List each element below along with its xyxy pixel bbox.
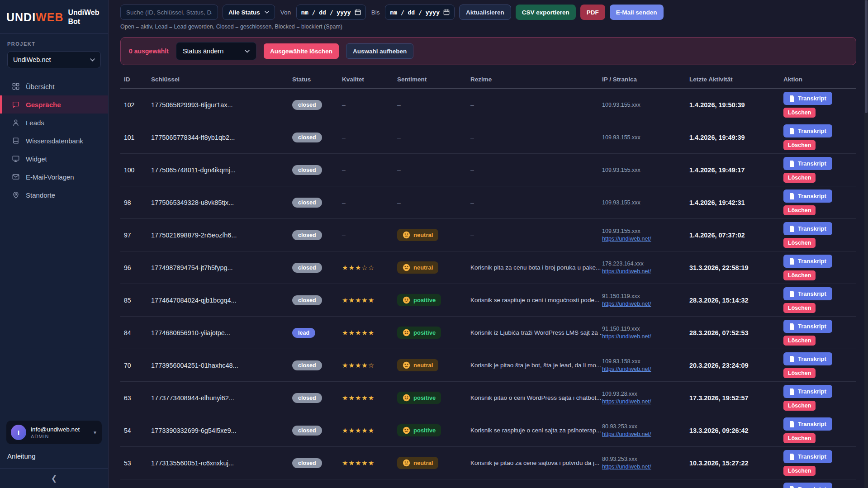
transcript-button[interactable]: Transkript [783, 255, 832, 268]
page-link[interactable]: https://undiweb.net/ [602, 301, 651, 307]
table-row: 97 1775021698879-2n5eozfh6... closed – n… [120, 219, 856, 251]
sidebar-item-gespräche[interactable]: Gespräche [0, 95, 108, 114]
page-link[interactable]: https://undiweb.net/ [602, 398, 651, 405]
row-key: 1775021698879-2n5eozfh6... [151, 232, 292, 239]
conversations-table: IDSchlüsselStatusKvalitetSentimentRezime… [120, 71, 856, 488]
pdf-button[interactable]: PDF [580, 5, 605, 20]
row-last-activity: 1.4.2026, 19:49:17 [689, 166, 783, 174]
date-to-input[interactable]: mm / dd / yyyy [385, 5, 455, 20]
delete-button[interactable]: Löschen [783, 108, 816, 118]
delete-button[interactable]: Löschen [783, 466, 816, 476]
table-row: 100 1775065748011-dgn4ikqmj... closed – … [120, 154, 856, 186]
transcript-button[interactable]: Transkript [783, 450, 832, 463]
delete-button[interactable]: Löschen [783, 205, 816, 215]
app-window: UNDIWEB UndiWeb Bot PROJEKT UndiWeb.net … [0, 0, 868, 488]
anleitung-link[interactable]: Anleitung [0, 444, 108, 468]
neutral-face-icon [403, 264, 410, 271]
undiweb-logo: UNDIWEB [6, 11, 63, 24]
row-last-activity: 28.3.2026, 15:14:32 [689, 297, 783, 304]
row-ip: 109.93.28.xxx [602, 391, 689, 397]
avatar: I [11, 425, 26, 440]
delete-button[interactable]: Löschen [783, 368, 816, 378]
user-meta: info@undiweb.net ADMIN [31, 426, 88, 439]
sidebar-item-e-mail-vorlagen[interactable]: E-Mail-Vorlagen [0, 168, 108, 186]
bis-label: Bis [371, 9, 380, 16]
scrollbar[interactable] [864, 0, 868, 488]
status-badge: closed [292, 393, 322, 403]
table-row: 96 1774987894754-jt7h5fypg... closed ★★★… [120, 251, 856, 284]
status-filter-value: Alle Status [228, 9, 260, 16]
status-badge: closed [292, 458, 322, 468]
delete-button[interactable]: Löschen [783, 336, 816, 346]
document-icon [789, 226, 795, 232]
row-key: 1775065748011-dgn4ikqmj... [151, 166, 292, 174]
sidebar-item-übersicht[interactable]: Übersicht [0, 77, 108, 95]
chevron-down-icon [245, 50, 250, 53]
sidebar-item-wissensdatenbank[interactable]: Wissensdatenbank [0, 132, 108, 150]
status-badge: closed [292, 426, 322, 436]
project-select[interactable]: UndiWeb.net [7, 51, 101, 68]
sidebar-collapse-button[interactable]: ❮ [0, 468, 108, 488]
bulk-action-bar: 0 ausgewählt Status ändern Ausgewählte l… [120, 37, 856, 65]
transcript-button[interactable]: Transkript [783, 483, 832, 488]
date-to-value: mm / dd / yyyy [390, 9, 440, 16]
page-link[interactable]: https://undiweb.net/ [602, 366, 651, 372]
clear-selection-button[interactable]: Auswahl aufheben [346, 43, 413, 59]
user-email: info@undiweb.net [31, 426, 88, 433]
transcript-button[interactable]: Transkript [783, 417, 832, 431]
page-link[interactable]: https://undiweb.net/ [602, 333, 651, 340]
sidebar-item-standorte[interactable]: Standorte [0, 186, 108, 204]
transcript-button[interactable]: Transkript [783, 124, 832, 137]
page-link[interactable]: https://undiweb.net/ [602, 268, 651, 275]
row-key: 1775065349328-u8vk85tjx... [151, 199, 292, 206]
sentiment-badge: positive [397, 392, 441, 404]
transcript-button[interactable]: Transkript [783, 287, 832, 300]
user-menu[interactable]: I info@undiweb.net ADMIN ▼ [6, 421, 102, 444]
user-role: ADMIN [31, 434, 88, 439]
page-link[interactable]: https://undiweb.net/ [602, 431, 651, 437]
quality-stars: ★★★☆☆ [342, 264, 397, 272]
delete-button[interactable]: Löschen [783, 140, 816, 150]
delete-button[interactable]: Löschen [783, 401, 816, 411]
delete-button[interactable]: Löschen [783, 303, 816, 313]
transcript-button[interactable]: Transkript [783, 92, 832, 105]
document-icon [789, 258, 795, 265]
calendar-icon [355, 9, 361, 15]
delete-button[interactable]: Löschen [783, 173, 816, 183]
document-icon [789, 454, 795, 460]
transcript-button[interactable]: Transkript [783, 157, 832, 170]
transcript-button[interactable]: Transkript [783, 222, 832, 235]
row-ip: 91.150.119.xxx [602, 293, 689, 299]
delete-button[interactable]: Löschen [783, 238, 816, 248]
row-summary: – [470, 101, 602, 109]
quality-stars: – [342, 133, 397, 142]
transcript-button[interactable]: Transkript [783, 320, 832, 333]
project-label: PROJEKT [7, 41, 101, 47]
smiley-face-icon [403, 394, 410, 402]
change-status-value: Status ändern [183, 47, 223, 55]
export-csv-button[interactable]: CSV exportieren [516, 5, 576, 20]
sidebar-item-widget[interactable]: Widget [0, 150, 108, 168]
change-status-select[interactable]: Status ändern [176, 42, 256, 60]
table-row: closed – neutral – 178.223.165.xxx Trans… [120, 479, 856, 488]
row-summary: Korisnik iz Ljubića traži WordPress LMS … [470, 329, 602, 336]
document-icon [789, 323, 795, 330]
table-row: 63 1773773408944-elhunyi62... closed ★★★… [120, 382, 856, 414]
date-from-input[interactable]: mm / dd / yyyy [296, 5, 366, 20]
page-link[interactable]: https://undiweb.net/ [602, 464, 651, 470]
search-input[interactable] [120, 5, 218, 20]
document-icon [789, 389, 795, 395]
scrollbar-thumb[interactable] [865, 0, 868, 113]
delete-selected-button[interactable]: Ausgewählte löschen [264, 43, 339, 59]
send-email-button[interactable]: E-Mail senden [610, 5, 664, 20]
page-link[interactable]: https://undiweb.net/ [602, 236, 651, 242]
refresh-button[interactable]: Aktualisieren [459, 5, 511, 20]
sidebar-item-leads[interactable]: Leads [0, 114, 108, 132]
delete-button[interactable]: Löschen [783, 433, 816, 443]
transcript-button[interactable]: Transkript [783, 385, 832, 398]
status-filter-select[interactable]: Alle Status [223, 5, 275, 20]
status-badge: closed [292, 133, 322, 142]
delete-button[interactable]: Löschen [783, 270, 816, 280]
transcript-button[interactable]: Transkript [783, 352, 832, 365]
transcript-button[interactable]: Transkript [783, 190, 832, 203]
